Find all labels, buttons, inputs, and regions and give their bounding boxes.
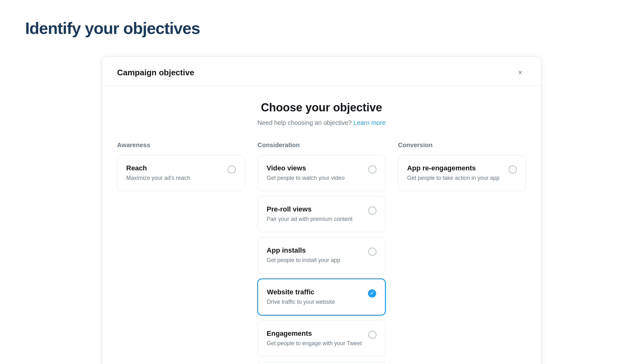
modal-header: Campaign objective × (102, 57, 541, 86)
modal-header-title: Campaign objective (117, 68, 194, 78)
conversion-column-label: Conversion (398, 142, 526, 149)
close-button[interactable]: × (515, 67, 526, 78)
reach-title: Reach (126, 164, 223, 172)
engagements-option[interactable]: Engagements Get people to engage with yo… (257, 320, 385, 356)
pre-roll-views-radio[interactable] (368, 206, 376, 215)
pre-roll-views-desc: Pair your ad with premium content (267, 215, 363, 223)
awareness-column: Awareness Reach Maximize your ad's reach (117, 142, 245, 196)
columns-container: Awareness Reach Maximize your ad's reach… (117, 142, 526, 364)
app-reengagements-option[interactable]: App re-engagements Get people to take ac… (398, 155, 526, 191)
objective-heading: Choose your objective (117, 101, 526, 114)
video-views-option[interactable]: Video views Get people to watch your vid… (257, 155, 385, 191)
video-views-radio[interactable] (368, 165, 376, 174)
app-reengagements-title: App re-engagements (407, 164, 504, 172)
video-views-desc: Get people to watch your video (267, 174, 363, 182)
app-installs-title: App installs (267, 246, 363, 254)
reach-option[interactable]: Reach Maximize your ad's reach (117, 155, 245, 191)
reach-radio[interactable] (228, 165, 236, 174)
app-installs-option[interactable]: App installs Get people to install your … (257, 237, 385, 273)
engagements-desc: Get people to engage with your Tweet (267, 340, 363, 347)
app-installs-desc: Get people to install your app (267, 256, 363, 264)
consideration-column: Consideration Video views Get people to … (257, 142, 385, 364)
objective-subtext: Need help choosing an objective? Learn m… (117, 119, 526, 126)
page-title: Identify your objectives (25, 19, 618, 38)
campaign-objective-modal: Campaign objective × Choose your objecti… (102, 56, 541, 364)
video-views-title: Video views (267, 164, 363, 172)
app-installs-radio[interactable] (368, 248, 376, 256)
consideration-column-label: Consideration (257, 142, 385, 149)
app-reengagements-desc: Get people to take action in your app (407, 174, 504, 182)
website-traffic-title: Website traffic (267, 288, 363, 296)
website-traffic-option[interactable]: Website traffic Drive traffic to your we… (257, 279, 385, 315)
app-reengagements-radio[interactable] (509, 165, 517, 174)
learn-more-link[interactable]: Learn more (354, 119, 386, 126)
followers-option[interactable]: Followers Build an audience for your acc… (257, 361, 385, 364)
website-traffic-radio[interactable] (368, 289, 376, 297)
reach-desc: Maximize your ad's reach (126, 174, 223, 182)
engagements-radio[interactable] (368, 331, 376, 339)
awareness-column-label: Awareness (117, 142, 245, 149)
modal-body: Choose your objective Need help choosing… (102, 86, 541, 364)
website-traffic-desc: Drive traffic to your website (267, 298, 363, 306)
pre-roll-views-title: Pre-roll views (267, 205, 363, 213)
pre-roll-views-option[interactable]: Pre-roll views Pair your ad with premium… (257, 196, 385, 232)
engagements-title: Engagements (267, 329, 363, 338)
conversion-column: Conversion App re-engagements Get people… (398, 142, 526, 196)
